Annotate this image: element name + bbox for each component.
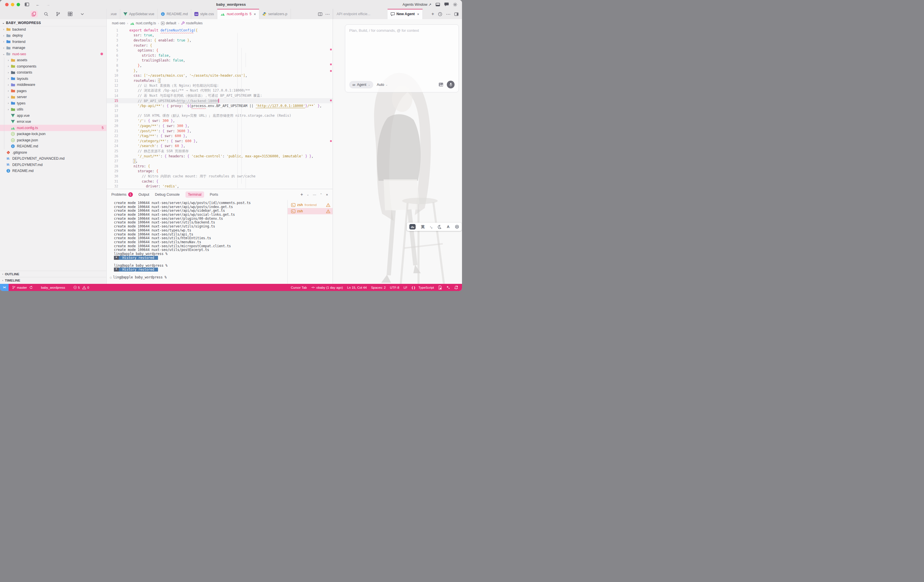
agent-tab-inactive[interactable]: API endpoint efficie... <box>333 9 374 19</box>
back-icon[interactable]: ← <box>35 2 41 7</box>
moon-icon[interactable] <box>437 225 441 229</box>
code-editor[interactable]: 1export default defineNuxtConfig({2 ssr:… <box>107 27 333 189</box>
code-line-16[interactable]: 16 '/bp-api/**': { proxy: `${process.env… <box>107 103 333 109</box>
code-line-21[interactable]: 21 '/post/**': { swr: 3600 }, <box>107 129 333 134</box>
toggle-right-panel-icon[interactable] <box>454 12 459 16</box>
code-line-22[interactable]: 22 '/tag/**': { swr: 600 }, <box>107 134 333 138</box>
split-editor-icon[interactable] <box>318 12 322 16</box>
microphone-icon[interactable] <box>447 81 455 88</box>
punctuation-key[interactable]: ·, <box>430 224 432 229</box>
cursor-tab-indicator[interactable]: Cursor Tab <box>291 286 307 289</box>
terminal-instance-frontend[interactable]: zshfrontend <box>288 202 333 208</box>
git-branch-indicator[interactable]: master <box>12 285 33 289</box>
code-line-23[interactable]: 23 '/category/**': { swr: 600 }, <box>107 138 333 143</box>
editor-tab-nuxt-config-ts[interactable]: nuxt.config.ts5× <box>217 9 259 19</box>
problems-indicator[interactable]: 5 0 <box>73 285 89 289</box>
agent-input[interactable]: Plan, Build, / for commands, @ for conte… <box>349 28 455 33</box>
code-line-30[interactable]: 30 // Nitro 内部的 cache mount: 用于 routeRul… <box>107 174 333 179</box>
tree-item-backend[interactable]: ›backend <box>0 26 107 33</box>
model-selector[interactable]: Auto ⌄ <box>377 83 388 87</box>
breadcrumb[interactable]: nuxt-seo›nuxt.config.ts›default›routeRul… <box>107 19 333 27</box>
tree-item-components[interactable]: ›components <box>0 63 107 69</box>
code-line-1[interactable]: 1export default defineNuxtConfig({ <box>107 28 333 33</box>
code-line-13[interactable]: 13 // 浏览器请求 /bp-api/** → Nuxt 代理到 127.0.… <box>107 88 333 93</box>
panel-more-icon[interactable]: ⋯ <box>313 193 316 197</box>
code-line-6[interactable]: 6 strict: false, <box>107 53 333 58</box>
breadcrumb-item-default[interactable]: default <box>161 21 176 25</box>
code-line-24[interactable]: 24 '/search': { swr: 60 }, <box>107 143 333 149</box>
code-line-12[interactable]: 12 // 让 Nuxt 直接跑（无 Nginx）时也能访问后端: <box>107 83 333 88</box>
code-line-28[interactable]: 28 nitro: { <box>107 164 333 169</box>
panel-tab-ports[interactable]: Ports <box>210 193 218 196</box>
tree-item-app-vue[interactable]: app.vue <box>0 112 107 119</box>
cursor-position-indicator[interactable]: Ln 15, Col 44 <box>347 286 367 289</box>
sparkle-icon[interactable] <box>446 285 450 289</box>
zoom-window-button[interactable] <box>16 3 20 6</box>
panel-tab-debug-console[interactable]: Debug Console <box>155 193 180 196</box>
tree-root-header[interactable]: ⌄BABY_WORDPRESS <box>0 20 107 26</box>
code-line-18[interactable]: 18 // SSR HTML 缓存（默认 key=完整 URL）; 底层存储使用… <box>107 113 333 119</box>
code-line-29[interactable]: 29 storage: { <box>107 169 333 174</box>
project-name[interactable]: baby_wordpress <box>41 286 65 289</box>
search-icon[interactable] <box>42 11 50 17</box>
english-mode-key[interactable]: 英 <box>421 224 425 229</box>
breadcrumb-item-nuxt-seo[interactable]: nuxt-seo <box>112 21 125 25</box>
tree-item-readme-md[interactable]: README.md <box>0 168 107 174</box>
tree-item-utils[interactable]: ›utils <box>0 106 107 113</box>
panel-tab-output[interactable]: Output <box>139 193 149 196</box>
history-clock-icon[interactable] <box>438 12 442 16</box>
last-commit-indicator[interactable]: obaby (1 day ago) <box>311 285 343 289</box>
minimize-window-button[interactable] <box>11 3 14 6</box>
extensions-icon[interactable] <box>66 11 74 17</box>
tree-item-middleware[interactable]: ›middleware <box>0 82 107 88</box>
timeline-section[interactable]: ›TIMELINE <box>0 277 107 283</box>
tree-item-nuxt-seo[interactable]: ⌄nuxt-seo <box>0 51 107 57</box>
panel-tab-problems[interactable]: Problems5 <box>111 192 133 197</box>
ime-settings-icon[interactable] <box>455 224 459 229</box>
tree-item-nuxt-config-ts[interactable]: nuxt.config.ts5 <box>0 125 107 131</box>
tree-item-deployment-advanced-md[interactable]: M↓DEPLOYMENT_ADVANCED.md <box>0 156 107 162</box>
chat-icon[interactable] <box>444 2 449 7</box>
new-terminal-icon[interactable]: + <box>300 192 303 197</box>
code-line-2[interactable]: 2 ssr: true, <box>107 33 333 38</box>
code-line-31[interactable]: 31 cache: { <box>107 179 333 184</box>
agent-tab-active[interactable]: New Agent × <box>388 9 423 19</box>
toggle-panel-icon[interactable] <box>436 3 440 7</box>
editor-tab--vue[interactable]: .vue <box>107 9 120 19</box>
more-tabs-icon[interactable]: ⋯ <box>325 12 330 17</box>
indentation-indicator[interactable]: Spaces: 2 <box>371 286 386 289</box>
notifications-bell-icon[interactable] <box>454 285 458 290</box>
attach-image-icon[interactable] <box>439 82 444 87</box>
settings-gear-icon[interactable] <box>453 2 457 7</box>
terminal-output[interactable]: create mode 100644 nuxt-seo/server/api/w… <box>107 200 287 284</box>
forward-icon[interactable]: → <box>45 2 51 7</box>
new-agent-plus-icon[interactable]: + <box>431 11 434 17</box>
preview-icon[interactable] <box>438 285 442 290</box>
code-line-4[interactable]: 4 router: { <box>107 43 333 48</box>
chevron-down-icon[interactable] <box>78 11 86 17</box>
tree-item-deploy[interactable]: ›deploy <box>0 33 107 39</box>
code-line-14[interactable]: 14 // 若 Nuxt 与后端不在同机（例如容器），可通过 BP_API_UP… <box>107 93 333 99</box>
tree-item-error-vue[interactable]: error.vue <box>0 119 107 125</box>
tree-item--gitignore[interactable]: .gitignore <box>0 149 107 156</box>
breadcrumb-item-routerules[interactable]: routeRules <box>181 21 203 25</box>
code-line-7[interactable]: 7 trailingSlash: false, <box>107 58 333 63</box>
editor-tab-style-css[interactable]: CSSstyle.css <box>191 9 217 19</box>
code-line-20[interactable]: 20 '/page/**': { swr: 300 }, <box>107 123 333 129</box>
tree-item-types[interactable]: ›types <box>0 100 107 106</box>
editor-tab-serializers-p[interactable]: serializers.p <box>259 9 291 19</box>
source-control-icon[interactable] <box>54 11 62 17</box>
code-line-3[interactable]: 3 devtools: { enabled: true }, <box>107 38 333 43</box>
remote-indicator[interactable]: >< <box>0 284 8 291</box>
tree-item-frontend[interactable]: ›frontend <box>0 39 107 45</box>
font-key[interactable]: A <box>447 224 449 229</box>
close-window-button[interactable] <box>5 3 8 6</box>
code-line-15[interactable]: 15 // BP_API_UPSTREAM=http://backend:180… <box>107 98 333 103</box>
tree-item-assets[interactable]: ›assets <box>0 57 107 64</box>
editor-tab-readme-md[interactable]: README.md <box>158 9 191 19</box>
code-line-25[interactable]: 25 // 静态资源不走 SSR 页面缓存 <box>107 148 333 154</box>
tree-item-deployment-md[interactable]: M↓DEPLOYMENT.md <box>0 162 107 168</box>
tree-item-package-lock-json[interactable]: JSpackage-lock.json <box>0 131 107 137</box>
eol-indicator[interactable]: LF <box>404 286 408 289</box>
code-line-9[interactable]: 9 }, <box>107 68 333 73</box>
